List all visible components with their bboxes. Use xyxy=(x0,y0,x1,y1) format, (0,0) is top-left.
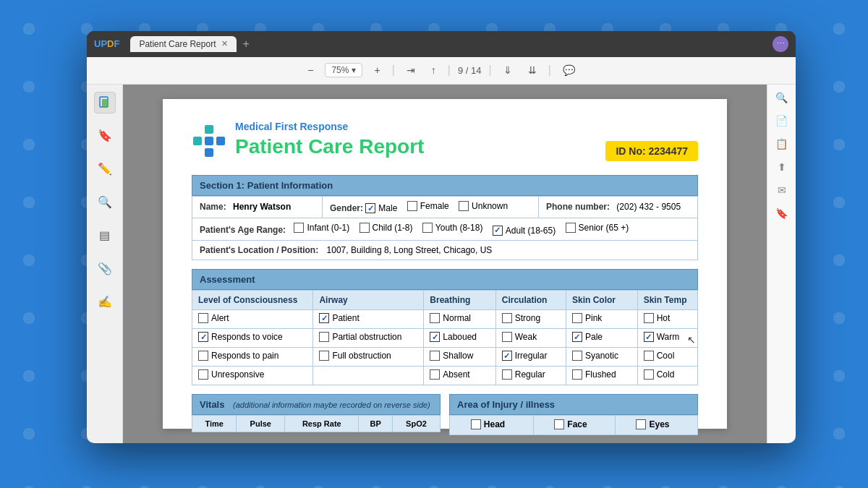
svg-rect-6 xyxy=(205,148,213,157)
skin-temp-row4: Cold xyxy=(637,366,697,385)
app-window: UPDF Patient Care Report ✕ + ⋯ − 75% ▾ +… xyxy=(87,31,796,443)
comment-button[interactable]: 💬 xyxy=(558,63,579,77)
sidebar-icon-pages[interactable] xyxy=(94,92,116,114)
cb-responds-pain: Responds to pain xyxy=(198,351,278,361)
sidebar-icon-signature[interactable]: ✍ xyxy=(94,291,116,313)
checkbox-absent xyxy=(430,369,440,380)
fit-width-button[interactable]: ⇥ xyxy=(402,63,420,77)
checkbox-face xyxy=(554,419,564,429)
injury-table: Head Face xyxy=(449,415,698,435)
lbl-absent: Absent xyxy=(443,369,469,380)
pdf-area: Medical First Response Patient Care Repo… xyxy=(123,85,767,443)
gender-male: Male xyxy=(365,203,397,213)
lbl-patient: Patient xyxy=(332,313,359,323)
zoom-dropdown-icon: ▾ xyxy=(352,65,356,75)
lbl-cold: Cold xyxy=(657,369,675,380)
tab-close-button[interactable]: ✕ xyxy=(221,39,228,48)
age-row: Patient's Age Range: Infant (0-1) Child … xyxy=(192,218,698,241)
col-face: Face xyxy=(534,415,616,435)
label-female: Female xyxy=(420,201,449,211)
cb-irregular: Irregular xyxy=(502,351,548,361)
new-tab-button[interactable]: + xyxy=(242,38,249,51)
breathing-row4: Absent xyxy=(424,366,495,385)
lbl-alert: Alert xyxy=(211,313,229,323)
cb-strong: Strong xyxy=(502,313,540,323)
breathing-row2: Laboued xyxy=(424,328,495,347)
zoom-in-button[interactable]: + xyxy=(370,63,384,77)
col-bp: BP xyxy=(359,415,393,432)
lbl-eyes: Eyes xyxy=(649,419,669,429)
right-icon-search[interactable]: 🔍 xyxy=(775,92,788,103)
page-end-button[interactable]: ⇊ xyxy=(524,63,541,77)
col-consciousness: Level of Consciousness xyxy=(192,290,313,309)
sidebar-icon-annotation[interactable]: ✏️ xyxy=(94,158,116,180)
name-gender-row: Name: Henry Watson Gender: Male Fem xyxy=(192,196,698,218)
lbl-unresponsive: Unresponsive xyxy=(211,369,264,380)
checkbox-full-obs xyxy=(319,351,329,361)
phone-cell: Phone number: (202) 432 - 9505 xyxy=(539,196,698,218)
fit-page-button[interactable]: ↑ xyxy=(427,63,441,77)
bottom-row: Vitals (additional information maybe rec… xyxy=(192,394,698,435)
right-icon-mail[interactable]: ✉ xyxy=(778,184,786,196)
checkbox-strong xyxy=(502,313,512,323)
cb-full-obs: Full obstruction xyxy=(319,351,391,361)
cb-eyes: Eyes xyxy=(636,419,669,429)
cb-responds-voice: Responds to voice xyxy=(198,332,283,342)
cb-child xyxy=(359,223,370,233)
cb-infant xyxy=(294,223,304,233)
right-icon-doc2[interactable]: 📋 xyxy=(775,138,788,150)
divider4: | xyxy=(548,64,551,77)
page-down-button[interactable]: ⇓ xyxy=(499,63,516,77)
svg-rect-3 xyxy=(193,137,202,145)
assessment-row-3: Responds to pain Full obstruction xyxy=(192,347,698,366)
lbl-flushed: Flushed xyxy=(585,369,616,380)
active-tab[interactable]: Patient Care Report ✕ xyxy=(130,36,237,52)
assessment-header: Assessment xyxy=(192,269,698,290)
sidebar-icon-layers[interactable]: ▤ xyxy=(94,225,116,247)
location-value: 1007, Building 8, Long Street, Chicago, … xyxy=(327,245,493,255)
cb-head: Head xyxy=(471,419,505,429)
cb-hot: Hot xyxy=(644,313,671,323)
gender-cell: Gender: Male Female Unknow xyxy=(323,196,539,218)
location-cell: Patient's Location / Position: 1007, Bui… xyxy=(192,240,698,260)
zoom-out-button[interactable]: − xyxy=(303,63,318,77)
divider2: | xyxy=(448,64,451,77)
skin-color-row3: Syanotic xyxy=(566,347,637,366)
right-icon-doc1[interactable]: 📄 xyxy=(775,115,788,127)
tab-label: Patient Care Report xyxy=(139,39,216,49)
circulation-row3: Irregular xyxy=(495,347,566,366)
divider3: | xyxy=(488,64,491,77)
name-cell: Name: Henry Watson xyxy=(192,196,323,218)
lbl-syanotic: Syanotic xyxy=(585,351,618,361)
skin-temp-row3: Cool xyxy=(637,347,697,366)
zoom-control[interactable]: 75% ▾ xyxy=(325,63,362,77)
lbl-pink: Pink xyxy=(585,313,602,323)
sidebar-icon-search[interactable]: 🔍 xyxy=(94,192,116,213)
checkbox-regular xyxy=(502,369,512,380)
lbl-hot: Hot xyxy=(657,313,671,323)
right-icon-stamp[interactable]: 🔖 xyxy=(775,207,788,219)
circulation-row4: Regular xyxy=(495,366,566,385)
gender-label: Gender: xyxy=(330,203,363,213)
cb-weak: Weak xyxy=(502,332,537,342)
checkbox-unknown xyxy=(459,201,469,211)
col-skin-temp: Skin Temp xyxy=(637,290,697,309)
vitals-table: Time Pulse Resp Rate BP SpO2 xyxy=(192,415,441,432)
checkbox-partial-obs xyxy=(319,332,329,342)
breathing-row1: Normal xyxy=(424,309,495,328)
checkbox-laboued xyxy=(430,332,440,342)
checkbox-hot xyxy=(644,313,654,323)
sidebar-icon-bookmark[interactable]: 🔖 xyxy=(94,125,116,147)
report-title: Patient Care Report xyxy=(235,135,424,158)
patient-info-table: Name: Henry Watson Gender: Male Fem xyxy=(192,196,698,260)
assessment-header-row: Level of Consciousness Airway Breathing … xyxy=(192,290,698,309)
checkbox-warm xyxy=(644,332,654,342)
sidebar-icon-attachment[interactable]: 📎 xyxy=(94,258,116,280)
right-icon-share[interactable]: ⬆ xyxy=(778,161,786,173)
col-time: Time xyxy=(192,415,237,432)
right-sidebar: 🔍 📄 📋 ⬆ ✉ 🔖 xyxy=(767,85,796,443)
window-menu-button[interactable]: ⋯ xyxy=(773,36,788,52)
col-circulation: Circulation xyxy=(495,290,566,309)
checkbox-shallow xyxy=(430,351,440,361)
assessment-row-2: Responds to voice Partial obstruction xyxy=(192,328,698,347)
